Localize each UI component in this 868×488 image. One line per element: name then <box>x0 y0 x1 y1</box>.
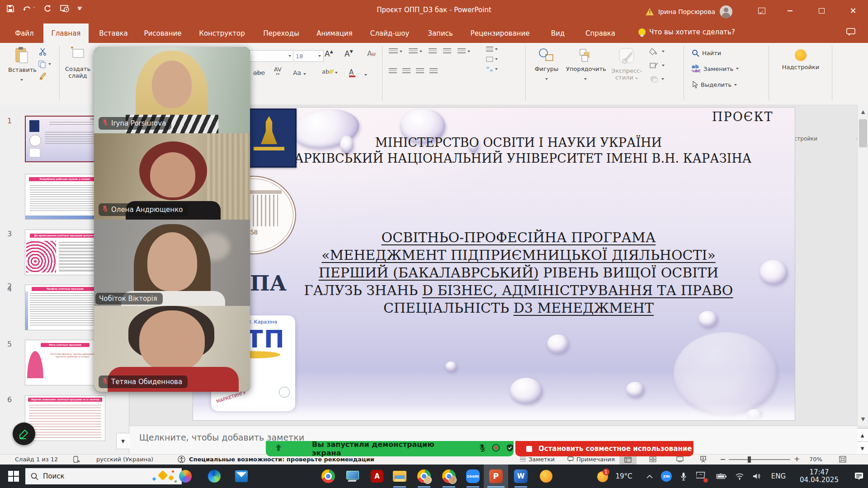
temperature-label[interactable]: 19°C <box>611 465 637 488</box>
vertical-scrollbar[interactable]: ▲ ▼ <box>857 105 868 426</box>
highlight-icon[interactable]: ab <box>322 68 338 75</box>
justify-icon[interactable] <box>429 68 438 75</box>
tray-expand-icon[interactable] <box>642 465 657 488</box>
video-tile-3-active[interactable]: Чобіток Вікторія <box>94 220 250 306</box>
tab-design[interactable]: Конструктор <box>193 23 250 43</box>
mail-icon[interactable] <box>231 465 251 488</box>
scroll-up-button[interactable]: ▲ <box>858 107 868 117</box>
zoom-participants-panel[interactable]: Iryna Porsiurova Олена Андрющенко Чобіто <box>94 47 250 392</box>
clear-format-icon[interactable]: A <box>367 49 376 58</box>
scroll-down-button[interactable]: ▼ <box>858 414 868 424</box>
comments-icon[interactable] <box>846 28 855 38</box>
strikethrough-icon[interactable]: abe <box>253 69 265 76</box>
tab-insert[interactable]: Вставка <box>94 23 133 43</box>
shape-fill-icon[interactable] <box>649 47 665 56</box>
volume-icon[interactable] <box>749 465 765 488</box>
spellcheck-icon[interactable] <box>73 456 80 465</box>
avatar[interactable] <box>720 5 732 18</box>
quick-styles-button[interactable]: Экспресс-стили <box>609 47 645 81</box>
text-direction-icon[interactable] <box>486 56 498 62</box>
align-left-icon[interactable] <box>389 68 397 75</box>
language-status[interactable]: русский (Украина) <box>96 456 153 463</box>
annotation-pen-button[interactable] <box>13 422 35 445</box>
paste-button[interactable]: Вставить <box>8 47 35 83</box>
increase-indent-icon[interactable] <box>443 48 451 55</box>
fit-slide-button[interactable] <box>839 456 846 464</box>
recording-icon[interactable] <box>492 444 500 454</box>
cut-icon[interactable] <box>39 47 47 57</box>
tab-file[interactable]: Файл <box>9 23 40 43</box>
start-button[interactable] <box>4 465 24 488</box>
tab-review[interactable]: Рецензирование <box>465 23 535 43</box>
replace-button[interactable]: ab⤷ac Заменить <box>692 65 739 73</box>
previous-slide-button[interactable]: ▲ <box>856 428 868 442</box>
close-button[interactable]: ✕ <box>843 0 863 22</box>
tab-animations[interactable]: Анимация <box>312 23 357 43</box>
edge-icon[interactable] <box>204 465 224 488</box>
tab-transitions[interactable]: Переходы <box>258 23 305 43</box>
tab-help[interactable]: Справка <box>580 23 621 43</box>
select-button[interactable]: Выделить <box>692 81 737 89</box>
shape-effects-icon[interactable] <box>649 75 665 83</box>
word-icon[interactable]: W <box>511 465 531 488</box>
tab-slideshow[interactable]: Слайд-шоу <box>364 23 415 43</box>
wifi-icon[interactable] <box>731 465 748 488</box>
decrease-indent-icon[interactable] <box>429 48 437 55</box>
new-slide-button[interactable]: Создать слайд <box>64 47 91 79</box>
thumbnail-slide-2[interactable]: Розроблено робочою групою у складі: <box>25 174 105 220</box>
security-shield-icon[interactable] <box>506 444 514 454</box>
tab-record[interactable]: Запись <box>422 23 458 43</box>
mic-muted-icon[interactable] <box>479 444 486 454</box>
arrange-button[interactable]: Упорядочить <box>566 47 605 82</box>
taskbar-search[interactable]: Поиск <box>25 468 182 484</box>
next-slide-button[interactable]: ▼ <box>856 441 868 455</box>
thumbnail-slide-5[interactable]: Мета освітньої програми Підготовка фахів… <box>25 340 105 385</box>
thumbnail-slide-6[interactable]: Перелік компонент освітньої програми та … <box>25 395 105 441</box>
thumbnails-scroll-down-button[interactable]: ▼ <box>116 433 130 449</box>
tell-me-box[interactable]: Что вы хотите сделать? <box>638 28 735 36</box>
zoom-in-button[interactable]: + <box>794 455 800 463</box>
slide-counter[interactable]: Слайд 1 из 12 <box>15 456 58 463</box>
smartart-convert-icon[interactable] <box>486 66 498 72</box>
tab-draw[interactable]: Рисование <box>138 23 187 43</box>
acrobat-icon[interactable]: A <box>367 465 387 488</box>
shape-outline-icon[interactable] <box>649 62 665 69</box>
columns-icon[interactable] <box>486 47 498 52</box>
find-button[interactable]: Найти <box>692 49 721 57</box>
bullets-icon[interactable] <box>389 48 402 55</box>
shrink-font-icon[interactable]: A▼ <box>344 49 353 58</box>
change-case-icon[interactable]: Aa <box>293 69 306 76</box>
this-pc-icon[interactable] <box>342 465 362 488</box>
zoom-app-icon[interactable]: zoom <box>463 465 483 488</box>
thumbnail-slide-4[interactable]: Профіль освітньої програми <box>25 285 105 330</box>
zoom-out-button[interactable]: − <box>720 455 726 464</box>
weather-icon[interactable]: 1 <box>593 465 613 488</box>
grow-font-icon[interactable]: A▲ <box>325 49 333 58</box>
chrome-profile-2-icon[interactable] <box>439 465 459 488</box>
zoom-tray-icon[interactable]: zm <box>658 465 675 488</box>
zoom-slider-thumb[interactable] <box>748 456 751 463</box>
numbering-icon[interactable] <box>409 48 422 55</box>
battery-icon[interactable] <box>712 465 731 488</box>
clock[interactable]: 17:4704.04.2025 <box>792 465 846 488</box>
char-spacing-icon[interactable]: AV↔ <box>274 67 282 76</box>
minimize-button[interactable] <box>779 0 800 22</box>
zoom-slider-track[interactable] <box>729 459 790 460</box>
file-explorer-icon[interactable] <box>390 465 410 488</box>
video-tile-1[interactable]: Iryna Porsiurova <box>94 47 250 133</box>
font-size-combo[interactable]: 18 <box>293 50 324 62</box>
video-tile-2[interactable]: Олена Андрющенко <box>94 133 250 220</box>
align-right-icon[interactable] <box>416 68 424 75</box>
chrome-profile-1-icon[interactable] <box>414 465 434 488</box>
language-indicator[interactable]: ENG <box>768 465 789 488</box>
addins-button[interactable]: Надстройки <box>776 49 826 70</box>
microphone-tray-icon[interactable] <box>676 465 691 488</box>
format-painter-icon[interactable] <box>39 72 47 82</box>
stop-share-button[interactable]: Остановить совместное использование <box>515 441 693 456</box>
account-area[interactable]: ! Ірина Порсюрова <box>646 5 732 18</box>
tab-home[interactable]: Главная <box>43 23 89 43</box>
action-center-icon[interactable] <box>850 465 868 488</box>
reading-view-button[interactable] <box>676 456 684 464</box>
font-color-dropdown[interactable] <box>364 69 367 78</box>
slideshow-view-button[interactable] <box>700 456 707 464</box>
